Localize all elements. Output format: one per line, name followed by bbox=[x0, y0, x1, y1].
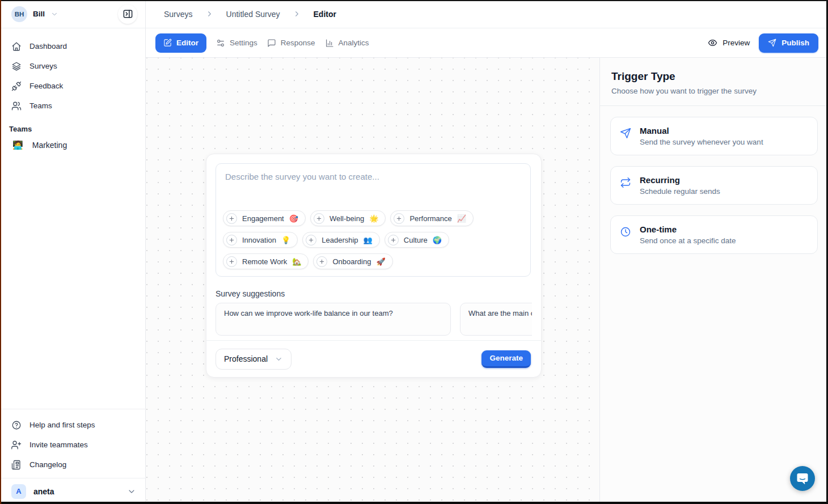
tab-response[interactable]: Response bbox=[267, 39, 315, 48]
sidebar-toggle-button[interactable] bbox=[118, 5, 137, 24]
sidebar-item-label: Dashboard bbox=[29, 42, 67, 50]
chevron-right-icon bbox=[205, 10, 214, 18]
chip-emoji: 👥 bbox=[364, 236, 373, 244]
layers-icon bbox=[11, 61, 22, 71]
plus-icon bbox=[314, 213, 324, 224]
sidebar-item-feedback[interactable]: Feedback bbox=[0, 76, 145, 96]
workspace-name: Bill bbox=[33, 10, 45, 18]
breadcrumb-untitled-survey[interactable]: Untitled Survey bbox=[226, 10, 280, 19]
tab-label: Response bbox=[281, 39, 315, 47]
chip-emoji: 🚀 bbox=[376, 257, 385, 266]
account-menu[interactable]: A aneta bbox=[0, 478, 145, 504]
panel-title: Trigger Type bbox=[611, 70, 817, 83]
topic-chips: Engagement 🎯 Well-being 🌟 Performance 📈 … bbox=[216, 204, 530, 276]
trigger-option-description: Send once at a specific date bbox=[640, 236, 736, 245]
suggestion-card[interactable]: How can we improve work-life balance in … bbox=[216, 303, 451, 336]
trigger-option-manual[interactable]: Manual Send the survey whenever you want bbox=[610, 117, 818, 155]
tab-label: Settings bbox=[230, 39, 257, 47]
sidebar-item-label: Feedback bbox=[29, 82, 63, 90]
window-border-bottom bbox=[0, 502, 828, 504]
topic-chip-performance[interactable]: Performance 📈 bbox=[390, 210, 474, 226]
sidebar-item-label: Changelog bbox=[29, 460, 66, 469]
sidebar-nav: Dashboard Surveys Feedback Teams bbox=[0, 28, 145, 116]
plus-icon bbox=[388, 235, 399, 245]
chip-label: Performance bbox=[409, 214, 451, 223]
chevron-down-icon bbox=[50, 10, 58, 18]
unplug-icon bbox=[11, 81, 22, 91]
sidebar-item-invite[interactable]: Invite teammates bbox=[0, 435, 145, 455]
survey-description-input[interactable]: Describe the survey you want to create..… bbox=[216, 163, 531, 277]
chevron-down-icon bbox=[127, 487, 136, 496]
topic-chip-innovation[interactable]: Innovation 💡 bbox=[223, 232, 298, 248]
pencil-square-icon bbox=[163, 39, 172, 47]
window-border-left bbox=[0, 0, 1, 504]
chevron-right-icon bbox=[293, 10, 301, 18]
tone-select[interactable]: Professional bbox=[216, 349, 292, 370]
topic-chip-culture[interactable]: Culture 🌍 bbox=[385, 232, 449, 248]
sidebar-item-surveys[interactable]: Surveys bbox=[0, 56, 145, 76]
topic-chip-leadership[interactable]: Leadership 👥 bbox=[302, 232, 380, 248]
clock-icon bbox=[620, 226, 631, 238]
chip-emoji: 🏡 bbox=[292, 257, 301, 266]
sidebar-item-label: Invite teammates bbox=[29, 441, 88, 449]
trigger-option-one-time[interactable]: One-time Send once at a specific date bbox=[610, 215, 818, 254]
user-plus-icon bbox=[11, 440, 22, 450]
plus-icon bbox=[226, 256, 237, 267]
panel-toggle-icon bbox=[122, 9, 133, 19]
plus-icon bbox=[226, 235, 237, 245]
message-square-icon bbox=[267, 39, 276, 48]
topic-chip-onboarding[interactable]: Onboarding 🚀 bbox=[313, 253, 392, 269]
sidebar-footer-nav: Help and first steps Invite teammates Ch… bbox=[0, 409, 145, 478]
tab-settings[interactable]: Settings bbox=[216, 39, 257, 48]
preview-label: Preview bbox=[723, 39, 750, 47]
suggestion-card[interactable]: What are the main ob bbox=[460, 303, 532, 336]
sidebar-item-label: Help and first steps bbox=[29, 421, 95, 429]
sidebar-item-teams[interactable]: Teams bbox=[0, 96, 145, 116]
chip-label: Innovation bbox=[242, 236, 276, 244]
chevron-down-icon bbox=[274, 355, 283, 363]
topic-chip-engagement[interactable]: Engagement 🎯 bbox=[223, 210, 306, 226]
chip-label: Onboarding bbox=[332, 257, 371, 266]
account-name: aneta bbox=[33, 487, 54, 496]
breadcrumb-surveys[interactable]: Surveys bbox=[164, 10, 193, 19]
chip-emoji: 📈 bbox=[457, 214, 466, 223]
chat-launcher-button[interactable] bbox=[790, 466, 815, 491]
chip-label: Culture bbox=[404, 236, 428, 244]
account-avatar: A bbox=[11, 484, 26, 499]
sidebar-item-changelog[interactable]: Changelog bbox=[0, 455, 145, 475]
trigger-type-panel: Trigger Type Choose how you want to trig… bbox=[599, 58, 828, 504]
plus-icon bbox=[306, 235, 316, 245]
chip-label: Engagement bbox=[242, 214, 284, 223]
suggestion-text: What are the main ob bbox=[468, 309, 532, 317]
sidebar-item-help[interactable]: Help and first steps bbox=[0, 415, 145, 435]
topic-chip-remote-work[interactable]: Remote Work 🏡 bbox=[223, 253, 309, 269]
tab-label: Analytics bbox=[339, 39, 369, 47]
newspaper-icon bbox=[11, 460, 22, 470]
plus-icon bbox=[226, 213, 237, 224]
send-icon bbox=[768, 39, 776, 47]
sidebar-item-label: Teams bbox=[29, 101, 52, 110]
editor-canvas: Describe the survey you want to create..… bbox=[146, 58, 599, 504]
sidebar-item-dashboard[interactable]: Dashboard bbox=[0, 36, 145, 56]
tab-editor[interactable]: Editor bbox=[155, 33, 206, 53]
tab-analytics[interactable]: Analytics bbox=[325, 39, 369, 48]
sidebar-team-marketing[interactable]: 🧑‍💻 Marketing bbox=[0, 134, 145, 156]
trigger-panel-header: Trigger Type Choose how you want to trig… bbox=[600, 58, 828, 106]
chip-label: Leadership bbox=[322, 236, 358, 244]
window-border-top bbox=[0, 0, 828, 1]
trigger-option-recurring[interactable]: Recurring Schedule regular sends bbox=[610, 166, 818, 205]
preview-button[interactable]: Preview bbox=[708, 38, 750, 48]
tab-label: Editor bbox=[176, 39, 198, 47]
workspace-switcher[interactable]: BH Bill bbox=[0, 0, 145, 28]
panel-subtitle: Choose how you want to trigger the surve… bbox=[611, 87, 817, 95]
repeat-icon bbox=[620, 177, 631, 188]
topic-chip-well-being[interactable]: Well-being 🌟 bbox=[310, 210, 386, 226]
input-placeholder: Describe the survey you want to create..… bbox=[225, 172, 379, 181]
editor-toolbar: Editor Settings Response Analytics Previ… bbox=[146, 28, 828, 58]
publish-button[interactable]: Publish bbox=[759, 33, 818, 53]
survey-generator-card: Describe the survey you want to create..… bbox=[206, 154, 542, 378]
teams-section-label: Teams bbox=[0, 125, 145, 133]
suggestions-row: How can we improve work-life balance in … bbox=[216, 303, 532, 336]
generate-button[interactable]: Generate bbox=[481, 350, 531, 368]
breadcrumb: Surveys Untitled Survey Editor bbox=[146, 0, 828, 28]
